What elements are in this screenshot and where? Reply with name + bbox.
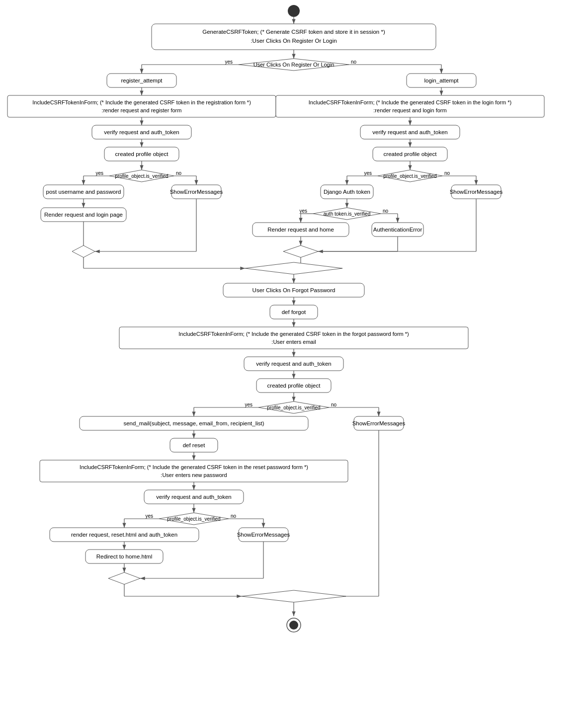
render-login-label: Render request and login page [44,212,123,218]
merge-diamond-left [72,245,95,257]
django-auth-label: Django Auth token [324,189,370,195]
include-csrf-reset-text2: :User enters new password [161,472,227,478]
diagram-container: GenerateCSRFToken; (* Generate CSRF toke… [0,0,588,717]
end-inner-circle [289,621,298,630]
svg-rect-89 [40,460,348,482]
redirect-home-label: Redirect to home.html [96,554,153,559]
svg-text:profile_object.is_verified: profile_object.is_verified [267,405,320,410]
verify-auth-reset-label: verify request and auth_token [156,494,232,500]
def-reset-label: def reset [183,442,206,448]
svg-text:no: no [231,513,237,519]
register-attempt-label: register_attempt [121,78,163,83]
svg-text:no: no [331,402,337,407]
include-csrf-login-text2: :render request and login form [373,107,446,113]
flow-diagram: GenerateCSRFToken; (* Generate CSRF toke… [0,0,588,717]
render-reset-label: render request, reset.html and auth_toke… [71,532,177,538]
generate-csrf-text1: GenerateCSRFToken; (* Generate CSRF toke… [202,29,385,35]
svg-text:no: no [176,170,182,176]
user-clicks-label: User Clicks On Register Or Login [253,62,335,68]
verify-auth-forgot-label: verify request and auth_token [256,361,332,367]
svg-text:profile_object.is_verified: profile_object.is_verified [167,516,220,522]
merge-diamond-2 [283,245,318,257]
created-profile-right-label: created profile object [384,151,437,157]
send-mail-label: send_mail(subject, message, email_from, … [123,420,264,426]
merge-diamond-4 [108,572,140,584]
show-error-reset-label: ShowErrorMessages [237,532,290,538]
generate-csrf-text2: :User Clicks On Register Or Login [251,38,336,44]
include-csrf-forgot-text1: IncludeCSRFTokenInForm; (* Include the g… [178,331,409,337]
include-csrf-reset-text1: IncludeCSRFTokenInForm; (* Include the g… [80,464,308,470]
generate-csrf-box [152,24,436,50]
merge-diamond-big [245,262,342,274]
created-profile-left-label: created profile object [115,151,169,157]
include-csrf-login-text1: IncludeCSRFTokenInForm; (* Include the g… [309,99,511,105]
render-home-label: Render request and home [267,227,334,233]
created-profile-forgot-label: created profile object [267,383,321,389]
svg-text:yes: yes [364,170,372,176]
post-username-label: post username and password [46,189,121,195]
svg-text:auth token.is_verified: auth token.is_verified [324,211,371,217]
show-error-left-label: ShowErrorMessages [170,189,223,195]
svg-text:yes: yes [245,402,252,407]
svg-rect-13 [7,95,276,117]
login-attempt-label: login_attempt [424,78,459,83]
forgot-password-label: User Clicks On Forgot Password [252,287,336,293]
svg-text:no: no [351,59,357,65]
start-node [288,5,300,17]
include-csrf-register-text2: :render request and register form [102,107,182,113]
svg-text:yes: yes [299,208,307,214]
svg-text:yes: yes [145,513,153,519]
auth-error-label: AuthenticationError [373,227,422,233]
svg-text:yes: yes [95,170,103,176]
svg-text:no: no [383,208,389,214]
svg-text:profile_object.is_verified: profile_object.is_verified [115,173,168,179]
svg-text:no: no [444,170,450,176]
def-forgot-label: def forgot [282,309,306,315]
svg-rect-71 [119,327,468,349]
svg-text:profile_object.is_verified: profile_object.is_verified [383,173,436,179]
svg-rect-14 [276,95,544,117]
include-csrf-register-text1: IncludeCSRFTokenInForm; (* Include the g… [32,99,251,105]
verify-auth-right-label: verify request and auth_token [372,129,448,135]
include-csrf-forgot-text2: :User enters email [271,339,316,345]
show-error-right-label: ShowErrorMessages [450,189,503,195]
show-error-forgot-label: ShowErrorMessages [352,420,406,426]
merge-diamond-5 [242,590,346,602]
verify-auth-left-label: verify request and auth_token [104,129,179,135]
svg-text:yes: yes [225,59,233,65]
